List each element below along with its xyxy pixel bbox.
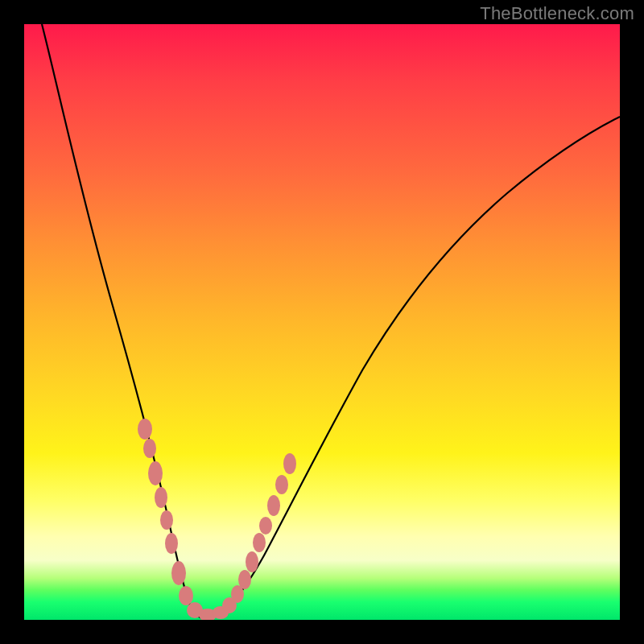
marker-dot: [165, 533, 178, 554]
marker-dot: [259, 517, 272, 535]
chart-frame: TheBottleneck.com: [0, 0, 644, 644]
marker-dot: [171, 561, 186, 585]
plot-area: [24, 24, 620, 620]
marker-dot: [238, 570, 251, 589]
marker-dot: [283, 453, 296, 474]
marker-dot: [253, 533, 266, 552]
marker-dot: [179, 586, 193, 605]
watermark-text: TheBottleneck.com: [480, 3, 634, 24]
curve-svg: [24, 24, 620, 620]
marker-dot: [267, 495, 280, 516]
marker-cluster-group: [138, 419, 296, 620]
marker-dot: [155, 487, 167, 508]
bottleneck-curve-path: [42, 24, 620, 619]
marker-dot: [275, 475, 288, 494]
marker-dot: [138, 419, 152, 440]
marker-dot: [246, 551, 258, 572]
marker-dot: [148, 461, 163, 485]
marker-dot: [143, 439, 156, 458]
marker-dot: [160, 510, 173, 530]
